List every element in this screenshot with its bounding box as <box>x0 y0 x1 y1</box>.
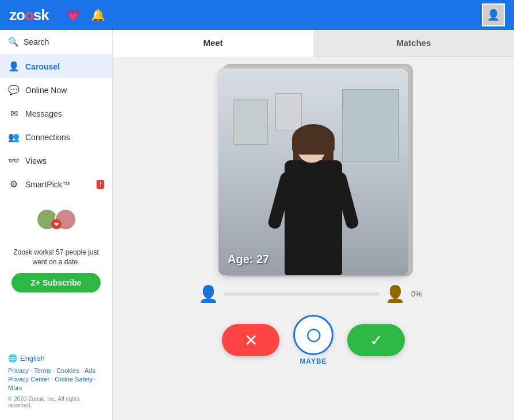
sidebar-item-views[interactable]: 👓 Views <box>0 149 112 172</box>
views-icon: 👓 <box>8 155 20 166</box>
copyright: © 2020 Zoosk, Inc. All rights reserved. <box>8 396 104 409</box>
sidebar-item-online-now[interactable]: 💬 Online Now <box>0 78 112 102</box>
header-icons: 💗 🔔 <box>66 8 105 22</box>
maybe-button-group: ◯ MAYBE <box>293 315 333 365</box>
smartpick-badge: ! <box>97 180 104 189</box>
connections-icon: 👥 <box>8 132 20 142</box>
action-buttons: ✕ ◯ MAYBE ✓ <box>222 315 405 365</box>
carousel-label: Carousel <box>25 62 60 71</box>
maybe-label: MAYBE <box>300 357 327 365</box>
footer-link-privacy[interactable]: Privacy <box>8 367 29 374</box>
yes-button[interactable]: ✓ <box>347 324 405 356</box>
avatar[interactable]: 👤 <box>482 3 505 26</box>
sidebar: 🔍 Search 👤 Carousel 💬 Online Now ✉ Messa… <box>0 30 113 420</box>
smartpick-icon: ⚙ <box>8 179 20 190</box>
messages-icon: ✉ <box>8 108 20 119</box>
frame-2 <box>275 93 302 130</box>
messages-label: Messages <box>25 109 62 118</box>
sidebar-item-smartpick[interactable]: ⚙ SmartPick™ ! <box>0 172 112 196</box>
promo-heart-icon: ❤ <box>51 219 62 229</box>
progress-percentage: 0% <box>411 290 428 298</box>
footer-link-cookies[interactable]: Cookies <box>56 367 79 374</box>
smartpick-label: SmartPick™ <box>25 180 70 189</box>
progress-bar <box>224 292 379 296</box>
tab-matches[interactable]: Matches <box>313 30 514 56</box>
online-now-icon: 💬 <box>8 84 20 95</box>
sidebar-footer: 🌐 English Privacy · Terms · Cookies · Ad… <box>0 348 112 414</box>
online-now-label: Online Now <box>25 86 67 95</box>
promo-section: ❤ Zoosk works! 57 people just went on a … <box>6 203 106 298</box>
notifications-icon[interactable]: 🔔 <box>91 8 105 22</box>
footer-link-privacy-center[interactable]: Privacy Center <box>8 376 49 383</box>
yes-icon: ✓ <box>370 331 383 350</box>
connections-label: Connections <box>25 133 70 142</box>
views-label: Views <box>25 156 47 165</box>
progress-row: 👤 👤 0% <box>198 284 428 303</box>
no-icon: ✕ <box>244 331 258 350</box>
maybe-icon: ◯ <box>306 327 321 342</box>
logo[interactable]: zoosk <box>9 6 49 24</box>
subscribe-button[interactable]: Z+ Subscribe <box>11 273 101 292</box>
promo-text: Zoosk works! 57 people just went on a da… <box>11 248 101 267</box>
search-label: Search <box>24 37 49 47</box>
person-shape <box>273 127 354 275</box>
footer-link-online-safety[interactable]: Online Safety <box>55 376 93 383</box>
maybe-button[interactable]: ◯ <box>293 315 333 355</box>
progress-icon-right: 👤 <box>385 284 405 303</box>
promo-avatars: ❤ <box>11 209 101 230</box>
search-icon: 🔍 <box>8 37 19 47</box>
language-label: English <box>20 354 45 363</box>
profile-card[interactable]: Age: 27 <box>218 68 408 275</box>
globe-icon: 🌐 <box>8 354 17 363</box>
footer-link-more[interactable]: More <box>8 384 22 391</box>
sidebar-item-messages[interactable]: ✉ Messages <box>0 102 112 125</box>
person-hair <box>292 124 335 155</box>
no-button[interactable]: ✕ <box>222 324 279 356</box>
header-right: 👤 <box>482 3 505 26</box>
tabs: Meet Matches <box>113 30 514 57</box>
search-box[interactable]: 🔍 Search <box>0 30 112 55</box>
age-label: Age: 27 <box>228 253 269 266</box>
language-selector[interactable]: 🌐 English <box>8 354 104 363</box>
sidebar-item-connections[interactable]: 👥 Connections <box>0 125 112 149</box>
footer-links: Privacy · Terms · Cookies · Ads · Privac… <box>8 367 104 391</box>
carousel-icon: 👤 <box>8 61 20 72</box>
sidebar-item-carousel[interactable]: 👤 Carousel <box>0 55 112 78</box>
content-area: Age: 27 👤 👤 0% ✕ ◯ <box>113 57 514 420</box>
profile-card-wrapper: Age: 27 <box>218 68 408 275</box>
header: zoosk 💗 🔔 👤 <box>0 0 514 30</box>
progress-icon-left: 👤 <box>198 284 218 303</box>
profile-photo <box>218 68 408 275</box>
footer-link-terms[interactable]: Terms <box>34 367 51 374</box>
tab-meet[interactable]: Meet <box>113 30 313 57</box>
main-content: Meet Matches <box>113 30 514 420</box>
layout: 🔍 Search 👤 Carousel 💬 Online Now ✉ Messa… <box>0 30 514 420</box>
logo-dot: o <box>25 6 33 24</box>
frame-1 <box>233 99 267 145</box>
footer-link-ads[interactable]: Ads <box>85 367 95 374</box>
likes-icon[interactable]: 💗 <box>66 8 80 22</box>
person-body <box>285 160 342 275</box>
